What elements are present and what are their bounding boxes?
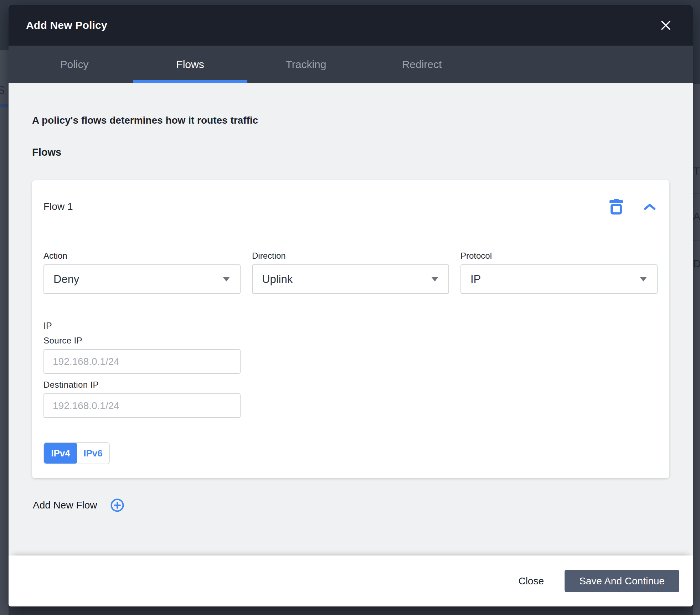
destination-ip-input[interactable]	[43, 393, 241, 418]
add-new-policy-modal: Add New Policy Policy Flows Tracking Red…	[9, 5, 693, 606]
ipv4-toggle-button[interactable]: IPv4	[44, 443, 77, 464]
underlying-page-right-edge: T AC DC	[693, 84, 700, 615]
underlying-text-fragment-right: T	[693, 165, 700, 177]
protocol-select-value: IP	[470, 273, 481, 286]
flow-card: Flow 1	[32, 180, 669, 478]
modal-footer: Close Save And Continue	[9, 555, 693, 606]
action-field: Action Deny	[43, 251, 241, 294]
add-new-flow-button[interactable]: Add New Flow	[32, 498, 124, 512]
underlying-text-fragment-right: AC	[693, 210, 700, 222]
protocol-select[interactable]: IP	[460, 264, 658, 294]
tab-redirect[interactable]: Redirect	[364, 46, 480, 83]
dropdown-caret-icon	[223, 277, 230, 281]
ip-section-heading: IP	[43, 321, 658, 331]
flow-actions	[609, 199, 658, 215]
action-select[interactable]: Deny	[43, 264, 241, 294]
direction-label: Direction	[252, 251, 449, 261]
modal-title: Add New Policy	[26, 19, 107, 31]
underlying-text-fragment-left: S	[0, 83, 5, 97]
flows-description: A policy's flows determines how it route…	[32, 115, 669, 126]
protocol-field: Protocol IP	[460, 251, 658, 294]
protocol-label: Protocol	[460, 251, 658, 261]
ip-section: IP Source IP Destination IP IPv4 IPv6	[43, 321, 658, 464]
modal-header: Add New Policy	[9, 5, 693, 46]
save-and-continue-button[interactable]: Save And Continue	[565, 570, 679, 592]
destination-ip-label: Destination IP	[43, 380, 658, 390]
tab-flows[interactable]: Flows	[132, 46, 248, 83]
modal-body: A policy's flows determines how it route…	[9, 83, 693, 555]
tab-policy[interactable]: Policy	[16, 46, 132, 83]
collapse-flow-button[interactable]	[644, 203, 656, 210]
underlying-text-fragment-right: DC	[693, 258, 700, 270]
ipv6-toggle-button[interactable]: IPv6	[77, 443, 109, 464]
direction-select[interactable]: Uplink	[252, 264, 449, 294]
modal-tab-bar: Policy Flows Tracking Redirect	[9, 46, 693, 83]
source-ip-label: Source IP	[43, 336, 658, 346]
action-select-value: Deny	[53, 273, 79, 286]
underlying-row-divider	[693, 193, 700, 194]
add-new-flow-label: Add New Flow	[33, 500, 97, 511]
underlying-row-divider	[693, 240, 700, 241]
close-button[interactable]	[659, 18, 673, 32]
trash-icon	[609, 199, 623, 215]
dropdown-caret-icon	[640, 277, 647, 281]
close-footer-button[interactable]: Close	[512, 572, 550, 590]
flow-card-header: Flow 1	[43, 180, 658, 215]
direction-field: Direction Uplink	[252, 251, 449, 294]
underlying-page-left-edge: S	[0, 50, 9, 615]
direction-select-value: Uplink	[262, 273, 293, 286]
dropdown-caret-icon	[431, 277, 438, 281]
chevron-up-icon	[644, 203, 656, 210]
close-icon	[660, 20, 671, 31]
action-label: Action	[43, 251, 241, 261]
plus-circle-icon[interactable]	[110, 498, 124, 512]
flow-field-row: Action Deny Direction Uplink Protocol	[43, 251, 658, 294]
flows-section-heading: Flows	[32, 146, 669, 158]
ip-version-toggle: IPv4 IPv6	[43, 442, 110, 464]
flow-title: Flow 1	[43, 201, 73, 212]
source-ip-input[interactable]	[43, 349, 241, 374]
delete-flow-button[interactable]	[609, 199, 623, 215]
tab-tracking[interactable]: Tracking	[248, 46, 364, 83]
underlying-tab-underline-fragment	[0, 104, 9, 107]
